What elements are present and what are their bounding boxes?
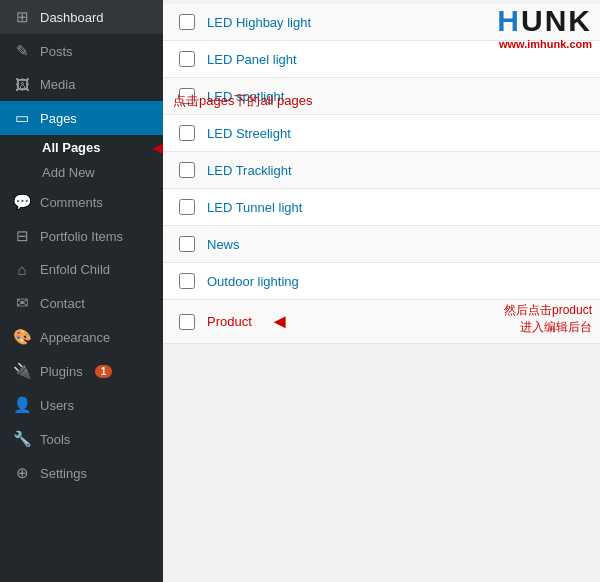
sidebar-item-label: Dashboard	[40, 10, 104, 25]
sidebar-item-label: Media	[40, 77, 75, 92]
sidebar-item-pages[interactable]: ▭ Pages	[0, 101, 163, 135]
sidebar-item-comments[interactable]: 💬 Comments	[0, 185, 163, 219]
portfolio-icon: ⊟	[12, 227, 32, 245]
sidebar-item-label: Appearance	[40, 330, 110, 345]
table-row-product: Product ◄ 然后点击product进入编辑后台	[163, 300, 600, 344]
sidebar-item-portfolio[interactable]: ⊟ Portfolio Items	[0, 219, 163, 253]
posts-icon: ✎	[12, 42, 32, 60]
sidebar-item-label: Pages	[40, 111, 77, 126]
pages-table: LED Highbay light LED Panel light LED sp…	[163, 4, 600, 344]
row-checkbox[interactable]	[179, 314, 195, 330]
row-checkbox[interactable]	[179, 162, 195, 178]
table-row: LED Tunnel light	[163, 189, 600, 226]
page-title-link[interactable]: LED Panel light	[207, 52, 297, 67]
page-title-link[interactable]: News	[207, 237, 240, 252]
all-pages-label: All Pages	[42, 140, 101, 155]
sidebar-item-contact[interactable]: ✉ Contact	[0, 286, 163, 320]
sidebar-item-label: Plugins	[40, 364, 83, 379]
row-checkbox[interactable]	[179, 125, 195, 141]
row-checkbox[interactable]	[179, 51, 195, 67]
arrow-indicator: ◄	[149, 137, 163, 158]
logo-hunk: HHUNKUNK	[497, 4, 592, 38]
dashboard-icon: ⊞	[12, 8, 32, 26]
contact-icon: ✉	[12, 294, 32, 312]
sidebar-item-label: Tools	[40, 432, 70, 447]
page-title-link[interactable]: LED Highbay light	[207, 15, 311, 30]
sidebar-item-label: Settings	[40, 466, 87, 481]
sidebar-item-label: Portfolio Items	[40, 229, 123, 244]
plugins-badge: 1	[95, 365, 113, 378]
tools-icon: 🔧	[12, 430, 32, 448]
row-checkbox[interactable]	[179, 236, 195, 252]
product-arrow: ◄	[270, 310, 290, 333]
page-title-link[interactable]: LED Streelight	[207, 126, 291, 141]
sidebar-item-enfold-child[interactable]: ⌂ Enfold Child	[0, 253, 163, 286]
sidebar-subitem-add-new[interactable]: Add New	[0, 160, 163, 185]
logo-h-letter: H	[497, 4, 521, 37]
sidebar-item-label: Posts	[40, 44, 73, 59]
appearance-icon: 🎨	[12, 328, 32, 346]
users-icon: 👤	[12, 396, 32, 414]
media-icon: 🖼	[12, 76, 32, 93]
annotation-text-1: 点击pages下的all pages	[173, 93, 312, 108]
comments-icon: 💬	[12, 193, 32, 211]
table-row: LED Tracklight	[163, 152, 600, 189]
sidebar-item-label: Comments	[40, 195, 103, 210]
table-row: News	[163, 226, 600, 263]
sidebar: ⊞ Dashboard ✎ Posts 🖼 Media ▭ Pages All …	[0, 0, 163, 582]
page-title-link[interactable]: LED Tracklight	[207, 163, 292, 178]
logo-url: www.imhunk.com	[497, 38, 592, 50]
annotation-pages: 点击pages下的all pages	[173, 92, 312, 110]
sidebar-subitem-all-pages[interactable]: All Pages ◄	[0, 135, 163, 160]
row-checkbox[interactable]	[179, 199, 195, 215]
page-title-link-product[interactable]: Product	[207, 314, 252, 329]
logo-area: HHUNKUNK www.imhunk.com	[489, 0, 600, 54]
sidebar-item-posts[interactable]: ✎ Posts	[0, 34, 163, 68]
sidebar-item-label: Contact	[40, 296, 85, 311]
sidebar-item-label: Users	[40, 398, 74, 413]
sidebar-item-settings[interactable]: ⊕ Settings	[0, 456, 163, 490]
page-title-link[interactable]: LED Tunnel light	[207, 200, 302, 215]
pages-icon: ▭	[12, 109, 32, 127]
sidebar-item-dashboard[interactable]: ⊞ Dashboard	[0, 0, 163, 34]
row-checkbox[interactable]	[179, 14, 195, 30]
main-content: HHUNKUNK www.imhunk.com 点击pages下的all pag…	[163, 0, 600, 582]
row-checkbox[interactable]	[179, 273, 195, 289]
add-new-label: Add New	[42, 165, 95, 180]
sidebar-item-tools[interactable]: 🔧 Tools	[0, 422, 163, 456]
enfold-icon: ⌂	[12, 261, 32, 278]
plugins-icon: 🔌	[12, 362, 32, 380]
sidebar-item-label: Enfold Child	[40, 262, 110, 277]
table-row: LED Streelight	[163, 115, 600, 152]
sidebar-item-appearance[interactable]: 🎨 Appearance	[0, 320, 163, 354]
table-row: Outdoor lighting	[163, 263, 600, 300]
annotation-text-2: 然后点击product进入编辑后台	[504, 302, 592, 336]
settings-icon: ⊕	[12, 464, 32, 482]
sidebar-item-users[interactable]: 👤 Users	[0, 388, 163, 422]
sidebar-item-plugins[interactable]: 🔌 Plugins 1	[0, 354, 163, 388]
sidebar-item-media[interactable]: 🖼 Media	[0, 68, 163, 101]
page-title-link[interactable]: Outdoor lighting	[207, 274, 299, 289]
